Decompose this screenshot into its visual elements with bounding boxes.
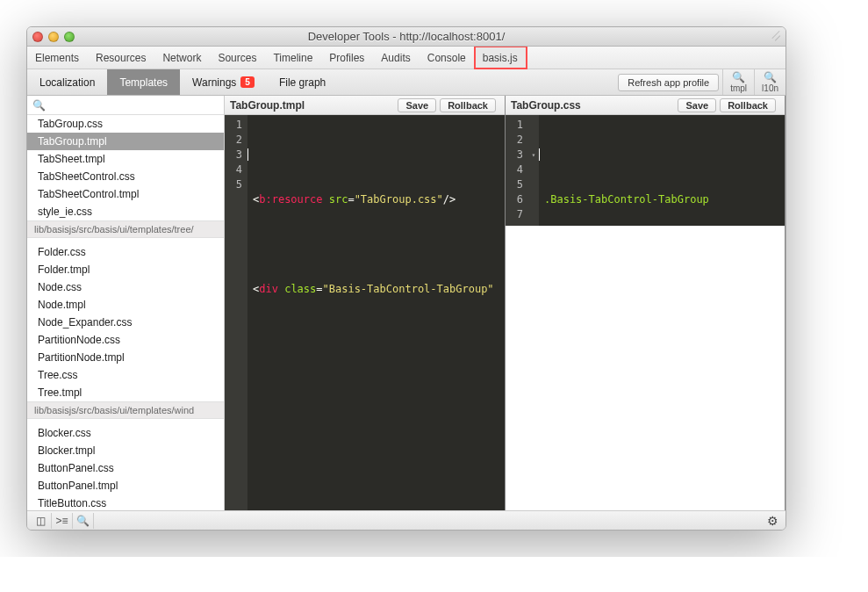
code-line: .Basis-TabControl-TabGroup [544, 192, 779, 207]
css-save-button[interactable]: Save [678, 98, 716, 112]
search-l10n-button[interactable]: 🔍 l10n [754, 69, 786, 95]
tab-profiles[interactable]: Profiles [321, 47, 373, 69]
close-window-icon[interactable] [32, 32, 43, 42]
file-item[interactable]: Blocker.tmpl [27, 442, 224, 459]
file-item[interactable]: TabGroup.css [27, 115, 224, 133]
search-icon[interactable]: 🔍 [73, 513, 94, 529]
template-pane-title: TabGroup.tmpl [230, 99, 305, 112]
minimize-window-icon[interactable] [48, 32, 59, 42]
window-titlebar: Developer Tools - http://localhost:8001/ [27, 27, 786, 47]
window-title: Developer Tools - http://localhost:8001/ [27, 30, 786, 43]
css-editor[interactable]: 1 2 3 4 5 6 7 ▾ .Basis-TabControl-TabGro… [506, 115, 785, 226]
code-line: <b:resource src="TabGroup.css"/> [253, 192, 499, 207]
tab-basisjs[interactable]: basis.js [475, 47, 527, 69]
file-search-input[interactable] [46, 100, 219, 111]
subtab-warnings[interactable]: Warnings 5 [180, 69, 267, 95]
subtab-warnings-label: Warnings [192, 76, 236, 89]
css-editor-pane: TabGroup.css Save Rollback 1 2 3 4 5 6 7… [506, 96, 786, 510]
tab-timeline[interactable]: Timeline [265, 47, 321, 69]
file-sidebar: 🔍 TabGroup.css TabGroup.tmpl TabSheet.tm… [27, 96, 225, 510]
code-line [253, 148, 499, 162]
file-item[interactable]: TabSheetControl.css [27, 168, 224, 185]
template-rollback-button[interactable]: Rollback [440, 98, 496, 112]
template-editor-pane: TabGroup.tmpl Save Rollback 1 2 3 4 5 <b… [225, 96, 506, 510]
sub-toolbar: Localization Templates Warnings 5 File g… [27, 69, 786, 96]
file-item[interactable]: TitleButton.css [27, 495, 224, 510]
search-icon: 🔍 [732, 71, 745, 83]
template-save-button[interactable]: Save [398, 98, 436, 112]
zoom-window-icon[interactable] [64, 32, 75, 42]
file-item[interactable]: TabGroup.tmpl [27, 133, 224, 150]
tab-sources[interactable]: Sources [210, 47, 265, 69]
search-icon: 🔍 [764, 71, 777, 83]
file-item[interactable]: Tree.tmpl [27, 384, 224, 401]
search-tmpl-label: tmpl [730, 83, 747, 93]
tab-elements[interactable]: Elements [27, 47, 88, 69]
fold-gutter: ▾ [528, 115, 539, 226]
body-area: 🔍 TabGroup.css TabGroup.tmpl TabSheet.tm… [27, 96, 786, 510]
code-area[interactable]: <b:resource src="TabGroup.css"/> <div cl… [247, 115, 505, 510]
console-toggle-icon[interactable]: >≡ [52, 513, 73, 529]
file-item[interactable]: PartitionNode.css [27, 331, 224, 349]
devtools-window: Developer Tools - http://localhost:8001/… [26, 26, 786, 531]
file-item[interactable]: ButtonPanel.tmpl [27, 477, 224, 495]
code-line [253, 237, 499, 252]
file-item[interactable]: TabSheetControl.tmpl [27, 185, 224, 203]
file-item[interactable]: Folder.css [27, 243, 224, 261]
css-editor-empty-area[interactable] [506, 226, 785, 510]
settings-gear-icon[interactable]: ⚙ [767, 514, 782, 528]
line-gutter: 1 2 3 4 5 6 7 [506, 115, 528, 226]
refresh-app-profile-button[interactable]: Refresh app profile [618, 74, 719, 91]
tab-audits[interactable]: Audits [373, 47, 419, 69]
subtab-templates[interactable]: Templates [107, 69, 180, 95]
status-bar: ◫ >≡ 🔍 ⚙ [27, 510, 786, 530]
file-item[interactable]: Node.css [27, 278, 224, 296]
dock-side-icon[interactable]: ◫ [31, 513, 52, 529]
code-line [253, 327, 499, 342]
code-line: <div class="Basis-TabControl-TabGroup" [253, 282, 499, 297]
css-rollback-button[interactable]: Rollback [720, 98, 776, 112]
subtab-filegraph[interactable]: File graph [267, 69, 338, 95]
devtools-main-tabs: Elements Resources Network Sources Timel… [27, 47, 786, 69]
tab-console[interactable]: Console [420, 47, 475, 69]
template-editor[interactable]: 1 2 3 4 5 <b:resource src="TabGroup.css"… [225, 115, 505, 510]
file-item[interactable]: Node_Expander.css [27, 314, 224, 331]
tab-network[interactable]: Network [154, 47, 210, 69]
traffic-lights [32, 32, 75, 42]
code-area[interactable]: .Basis-TabControl-TabGroup { float: left… [539, 115, 785, 226]
subtab-localization[interactable]: Localization [27, 69, 107, 95]
file-group-header: lib/basisjs/src/basis/ui/templates/tree/ [27, 220, 224, 238]
template-pane-header: TabGroup.tmpl Save Rollback [225, 96, 505, 115]
file-item[interactable]: TabSheet.tmpl [27, 150, 224, 168]
file-item[interactable]: PartitionNode.tmpl [27, 349, 224, 366]
tab-resources[interactable]: Resources [88, 47, 154, 69]
search-icon: 🔍 [32, 99, 46, 112]
file-item[interactable]: Blocker.css [27, 424, 224, 442]
file-item[interactable]: Folder.tmpl [27, 261, 224, 278]
warnings-badge: 5 [240, 76, 255, 88]
fold-arrow-icon[interactable]: ▾ [528, 148, 539, 162]
file-item[interactable]: ButtonPanel.css [27, 459, 224, 477]
line-gutter: 1 2 3 4 5 [225, 115, 247, 510]
code-line [544, 148, 779, 162]
file-list: TabGroup.css TabGroup.tmpl TabSheet.tmpl… [27, 115, 224, 510]
resize-corner-icon[interactable] [770, 31, 782, 43]
search-tmpl-button[interactable]: 🔍 tmpl [722, 69, 754, 95]
file-item[interactable]: Tree.css [27, 366, 224, 384]
css-pane-header: TabGroup.css Save Rollback [506, 96, 785, 115]
file-item[interactable]: style_ie.css [27, 203, 224, 220]
file-search-row: 🔍 [27, 96, 224, 115]
css-pane-title: TabGroup.css [511, 99, 581, 112]
search-l10n-label: l10n [762, 83, 778, 93]
file-group-header: lib/basisjs/src/basis/ui/templates/wind [27, 401, 224, 419]
file-item[interactable]: Node.tmpl [27, 296, 224, 314]
